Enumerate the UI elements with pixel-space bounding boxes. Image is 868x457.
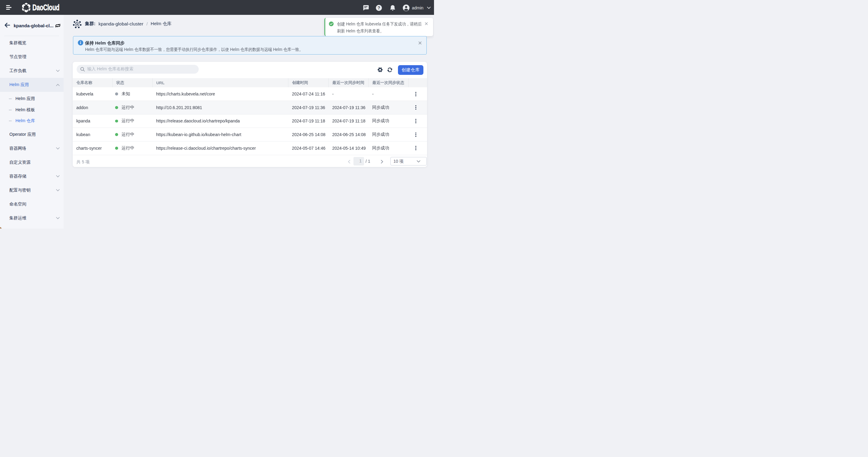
svg-text:?: ? bbox=[377, 5, 380, 10]
